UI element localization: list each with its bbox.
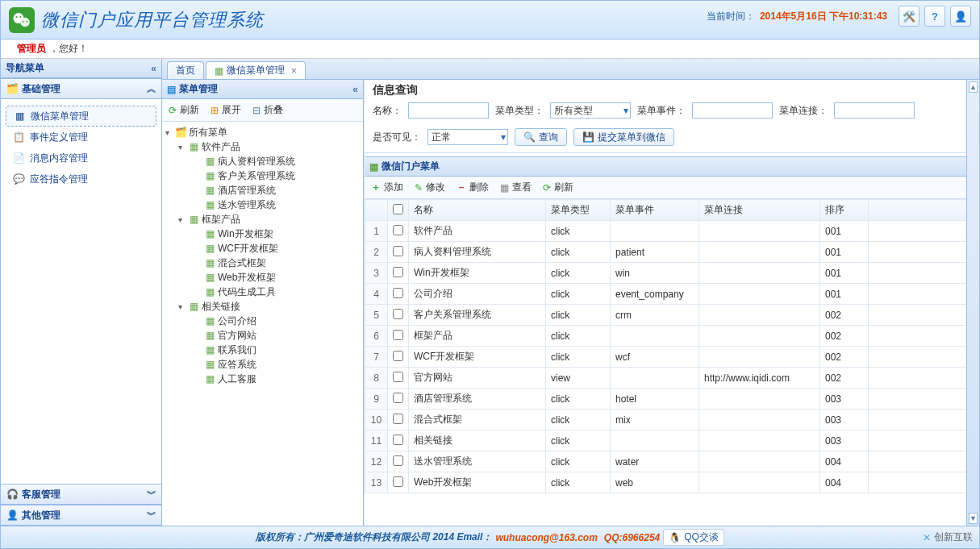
row-checkbox[interactable] (393, 288, 403, 298)
table-row[interactable]: 9酒店管理系统clickhotel003 (365, 389, 979, 410)
tree-node[interactable]: ▦官方网站 (162, 328, 363, 343)
welcome-bar: 管理员，您好！ (1, 40, 979, 59)
row-checkbox[interactable] (393, 372, 403, 382)
footer-email[interactable]: wuhuacong@163.com (495, 532, 597, 543)
tree-node[interactable]: ▦WCF开发框架 (162, 241, 363, 256)
tree-node[interactable]: ▦送水管理系统 (162, 198, 363, 212)
row-checkbox[interactable] (393, 393, 403, 403)
grid-refresh-button[interactable]: ⟳刷新 (543, 181, 573, 194)
view-button[interactable]: ▦查看 (500, 181, 532, 194)
sidebar-item[interactable]: 📄消息内容管理 (1, 148, 161, 168)
scrollbar[interactable]: ▲ ▼ (966, 80, 979, 526)
tree-title: 菜单管理 (179, 82, 218, 96)
accordion-other[interactable]: 👤 其他管理 ︾ (1, 505, 161, 526)
tab-menu-mgmt[interactable]: ▦ 微信菜单管理 × (206, 61, 306, 79)
expand-arrow-icon[interactable]: ▾ (178, 143, 188, 152)
tree-node[interactable]: ▦应答系统 (162, 357, 363, 372)
row-checkbox[interactable] (393, 309, 403, 319)
tree-node[interactable]: ▦混合式框架 (162, 256, 363, 270)
sidebar-item[interactable]: 💬应答指令管理 (1, 168, 161, 189)
table-row[interactable]: 4公司介绍clickevent_company001 (365, 284, 979, 305)
table-row[interactable]: 7WCF开发框架clickwcf002 (365, 347, 979, 368)
table-row[interactable]: 10混合式框架clickmix003 (365, 410, 979, 430)
name-input[interactable] (408, 102, 489, 119)
qq-chat-button[interactable]: 🐧QQ交谈 (663, 529, 724, 546)
cell-name: 客户关系管理系统 (409, 305, 546, 326)
table-row[interactable]: 11相关链接click003 (365, 430, 979, 451)
row-checkbox[interactable] (393, 225, 403, 235)
tree-node[interactable]: ▦客户关系管理系统 (162, 168, 363, 183)
table-row[interactable]: 8官方网站viewhttp://www.iqidi.com002 (365, 368, 979, 389)
tree-node[interactable]: ▦病人资料管理系统 (162, 154, 363, 168)
tree-refresh-button[interactable]: ⟳刷新 (169, 103, 199, 117)
tools-button[interactable]: 🛠️ (899, 6, 920, 27)
row-checkbox[interactable] (393, 330, 403, 340)
row-checkbox[interactable] (393, 246, 403, 256)
tree-node[interactable]: ▦联系我们 (162, 343, 363, 357)
select-all-checkbox[interactable] (393, 204, 403, 214)
col-link[interactable]: 菜单连接 (699, 200, 820, 221)
scroll-up-icon[interactable]: ▲ (969, 81, 978, 93)
visible-select[interactable]: 正常▾ (427, 129, 508, 145)
accordion-cs[interactable]: 🎧 客服管理 ︾ (1, 484, 161, 505)
tree-node[interactable]: ▦酒店管理系统 (162, 183, 363, 198)
tree-node[interactable]: ▾▦软件产品 (162, 139, 363, 154)
tree-node-label: 客户关系管理系统 (218, 169, 295, 183)
tree-collapse-button[interactable]: ⊟折叠 (252, 103, 283, 117)
tree-node[interactable]: ▦Win开发框架 (162, 227, 363, 241)
expand-arrow-icon[interactable]: ▾ (165, 128, 175, 137)
row-checkbox[interactable] (393, 267, 403, 277)
expand-arrow-icon[interactable]: ▾ (178, 302, 188, 311)
row-checkbox[interactable] (393, 435, 403, 445)
table-row[interactable]: 13Web开发框架clickweb004 (365, 472, 979, 493)
tree-node[interactable]: ▦Web开发框架 (162, 270, 363, 285)
accordion-basic[interactable]: 🗂️ 基础管理 ︽ (1, 78, 161, 99)
tree-node[interactable]: ▾▦相关链接 (162, 299, 363, 314)
link-input[interactable] (834, 102, 915, 119)
scroll-down-icon[interactable]: ▼ (969, 513, 978, 524)
row-checkbox[interactable] (393, 476, 403, 487)
row-checkbox[interactable] (393, 455, 403, 466)
col-checkbox[interactable] (388, 200, 409, 221)
cell-sort: 004 (820, 451, 869, 472)
tree-expand-button[interactable]: ⊞展开 (211, 103, 241, 117)
footer-qq: QQ:6966254 (604, 532, 660, 543)
edit-button[interactable]: ✎修改 (415, 181, 445, 194)
event-input[interactable] (692, 102, 773, 119)
sidebar-item[interactable]: 📋事件定义管理 (1, 127, 161, 148)
tree-node-label: 相关链接 (202, 300, 240, 314)
user-button[interactable]: 👤 (950, 6, 971, 27)
help-button[interactable]: ? (924, 6, 945, 27)
search-button[interactable]: 🔍查询 (515, 128, 567, 146)
expand-arrow-icon[interactable]: ▾ (178, 215, 188, 224)
row-checkbox[interactable] (393, 414, 403, 424)
welcome-greeting: ，您好！ (49, 42, 88, 56)
col-event[interactable]: 菜单事件 (611, 200, 699, 221)
tree-node[interactable]: ▾▦框架产品 (162, 212, 363, 227)
table-row[interactable]: 6框架产品click002 (365, 326, 979, 347)
tree-node[interactable]: ▦代码生成工具 (162, 285, 363, 299)
tree-node[interactable]: ▾🗂️所有菜单 (162, 125, 363, 139)
close-icon[interactable]: × (291, 65, 297, 77)
cell-event: web (611, 472, 699, 493)
col-name[interactable]: 名称 (409, 200, 546, 221)
collapse-sidebar-button[interactable]: « (151, 63, 156, 74)
tree-node[interactable]: ▦公司介绍 (162, 314, 363, 328)
col-sort[interactable]: 排序 (820, 200, 869, 221)
type-select[interactable]: 所有类型▾ (550, 102, 631, 119)
collapse-tree-button[interactable]: « (352, 84, 358, 95)
sidebar-item[interactable]: ▦微信菜单管理 (6, 106, 156, 127)
table-row[interactable]: 5客户关系管理系统clickcrm002 (365, 305, 979, 326)
refresh-icon: ⟳ (169, 105, 177, 116)
table-row[interactable]: 1软件产品click001 (365, 221, 979, 242)
submit-wechat-button[interactable]: 💾提交菜单到微信 (573, 128, 674, 146)
table-row[interactable]: 3Win开发框架clickwin001 (365, 263, 979, 284)
row-checkbox[interactable] (393, 351, 403, 361)
table-row[interactable]: 12送水管理系统clickwater004 (365, 451, 979, 472)
add-button[interactable]: ＋添加 (371, 181, 403, 194)
table-row[interactable]: 2病人资料管理系统clickpatient001 (365, 242, 979, 263)
delete-button[interactable]: －删除 (457, 181, 489, 194)
tab-home[interactable]: 首页 (167, 61, 204, 79)
tree-node[interactable]: ▦人工客服 (162, 372, 363, 386)
col-type[interactable]: 菜单类型 (546, 200, 611, 221)
